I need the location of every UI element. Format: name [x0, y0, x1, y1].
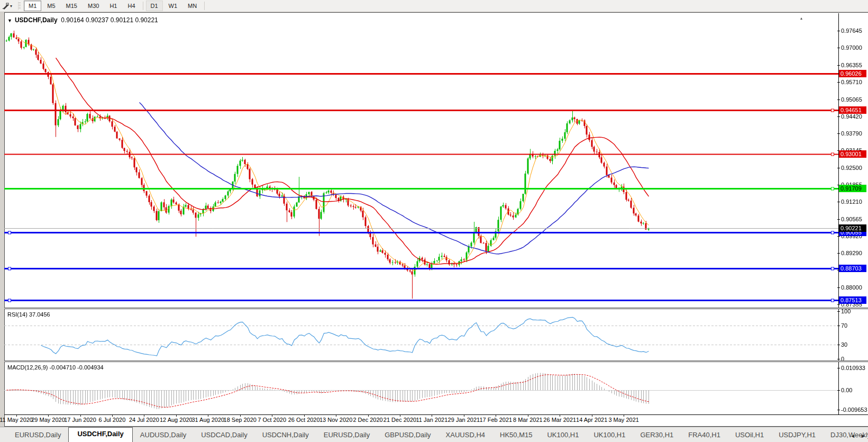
tab-usdjpy-h1[interactable]: USDJPY,H1 — [771, 429, 823, 442]
timeframe-button-m5[interactable]: M5 — [42, 1, 60, 11]
chart-shift-marker: ▴ — [800, 16, 802, 21]
tab-usoil-h1[interactable]: USOil,H1 — [728, 429, 771, 442]
time-axis-label: 14 Apr 2021 — [576, 417, 607, 423]
time-axis-label: 26 Oct 2020 — [288, 417, 320, 423]
time-axis-label: 29 Jan 2021 — [448, 417, 480, 423]
rsi-indicator-label: RSI(14) 37.0456 — [7, 311, 50, 318]
macd-axis-tick: 0.010933 — [841, 365, 867, 372]
time-axis-tick — [208, 414, 208, 417]
tab-usdcad-daily[interactable]: USDCAD,Daily — [194, 429, 254, 442]
time-axis-tick — [16, 414, 17, 417]
timeframe-button-mn[interactable]: MN — [183, 1, 202, 11]
tab-usdchf-daily[interactable]: USDCHF,Daily — [68, 427, 132, 442]
tab-usdcnh-daily[interactable]: USDCNH,Daily — [255, 429, 316, 442]
timeframe-button-m15[interactable]: M15 — [61, 1, 82, 11]
rsi-panel-separator[interactable] — [4, 308, 868, 309]
time-axis-tick — [80, 414, 81, 417]
time-axis-label: 8 Mar 2021 — [513, 417, 543, 423]
price-axis-tick: 0.95710 — [841, 79, 867, 86]
tab-uk100-h1[interactable]: UK100,H1 — [586, 429, 633, 442]
time-axis-tick — [240, 414, 241, 417]
tab-uk100-h1[interactable]: UK100,H1 — [540, 429, 586, 442]
price-axis-tick: 0.92500 — [841, 165, 867, 172]
time-axis-label: 13 Nov 2020 — [319, 417, 352, 423]
tab-eurusd-daily[interactable]: EURUSD,Daily — [316, 429, 377, 442]
chart-symbol-label: USDCHF,Daily — [15, 16, 58, 24]
time-axis-tick — [624, 414, 624, 417]
price-axis-tick: 0.94420 — [841, 113, 867, 120]
time-axis-label: 7 Oct 2020 — [258, 417, 286, 423]
time-axis-tick — [432, 414, 432, 417]
time-axis-label: 18 Sep 2020 — [224, 417, 257, 423]
rsi-chart-canvas[interactable] — [4, 309, 838, 360]
time-axis-tick — [144, 414, 144, 417]
price-level-label: 0.93001 — [839, 150, 866, 158]
price-level-label: 0.96026 — [839, 70, 866, 77]
current-price-label: 0.90221 — [839, 224, 866, 232]
price-axis-tick: 0.91210 — [841, 199, 867, 205]
timeframe-button-d1[interactable]: D1 — [146, 1, 163, 11]
time-axis-label: 11 May 2020 — [0, 417, 33, 423]
timeframe-toolbar: ▾ M1M5M15M30H1H4D1W1MN — [0, 0, 868, 12]
time-axis-label: 3 May 2021 — [608, 417, 638, 423]
time-axis-tick — [528, 414, 528, 417]
time-axis-tick — [304, 414, 305, 417]
time-axis-label: 24 Jul 2020 — [129, 417, 159, 423]
time-axis-tick — [272, 414, 272, 417]
tab-ger30-h1[interactable]: GER30,H1 — [633, 429, 681, 442]
toolbar-grip[interactable] — [18, 2, 21, 10]
price-axis-tick: 0.89290 — [841, 250, 867, 257]
tab-fra40-h1[interactable]: FRA40,H1 — [681, 429, 728, 442]
tab-gbpusd-daily[interactable]: GBPUSD,Daily — [377, 429, 438, 442]
tab-scroll-left-icon[interactable]: ◄ — [850, 433, 855, 439]
rsi-axis-tick: 30 — [841, 341, 867, 348]
price-level-label: 0.94651 — [839, 106, 866, 114]
price-level-label: 0.87513 — [839, 296, 866, 304]
symbol-tab-bar: EURUSD,DailyUSDCHF,DailyAUDUSD,DailyUSDC… — [0, 427, 868, 442]
timeframe-button-h1[interactable]: H1 — [105, 1, 122, 11]
tab-audusd-daily[interactable]: AUDUSD,Daily — [133, 429, 194, 442]
price-axis-tick: 0.96355 — [841, 62, 867, 69]
tab-eurusd-daily[interactable]: EURUSD,Daily — [7, 429, 68, 442]
price-level-label: 0.91709 — [839, 185, 866, 192]
timeframe-button-h4[interactable]: H4 — [123, 1, 140, 11]
time-axis-label: 29 May 2020 — [31, 417, 65, 423]
time-axis-tick — [400, 414, 400, 417]
time-axis-label: 6 Jul 2020 — [99, 417, 126, 423]
time-axis-label: 11 Jan 2021 — [416, 417, 448, 423]
chart-dropdown-icon[interactable]: ▼ — [7, 18, 12, 23]
price-axis-tick: 0.90565 — [841, 216, 867, 223]
chart-ohlc-values: 0.90164 0.90237 0.90121 0.90221 — [61, 16, 158, 24]
macd-axis-tick: 0.00 — [841, 387, 867, 394]
cursor-tool-icon — [2, 3, 9, 10]
tab-scroll-right-icon[interactable]: ► — [861, 433, 866, 439]
price-level-label: 0.88703 — [839, 265, 866, 272]
time-axis-tick — [560, 414, 560, 417]
time-axis-line[interactable] — [4, 414, 868, 415]
time-axis-label: 31 Aug 2020 — [191, 417, 224, 423]
price-axis-tick: 0.93790 — [841, 130, 867, 137]
timeframe-button-w1[interactable]: W1 — [164, 1, 182, 11]
tab-hk50-m15[interactable]: HK50,M15 — [492, 429, 540, 442]
rsi-axis-tick: 70 — [841, 322, 867, 329]
time-axis-tick — [368, 414, 369, 417]
macd-chart-canvas[interactable] — [4, 362, 838, 414]
cursor-tool-button[interactable]: ▾ — [0, 3, 15, 10]
tab-xauusd-h4[interactable]: XAUUSD,H4 — [438, 429, 492, 442]
time-axis-label: 26 Mar 2021 — [543, 417, 576, 423]
toolbar-separator — [143, 2, 143, 10]
tab-scroll-buttons: ◄ ► — [850, 433, 866, 439]
mt4-window: { "toolbar": { "tool_icon": "cursor-tool… — [0, 0, 868, 442]
dropdown-caret-icon: ▾ — [10, 4, 12, 8]
price-axis-tick: 0.88000 — [841, 284, 867, 291]
macd-axis-tick: -0.009653 — [841, 407, 867, 413]
macd-indicator-label: MACD(12,26,9) -0.004710 -0.004934 — [7, 364, 104, 371]
price-axis-tick: 0.97645 — [841, 28, 867, 34]
time-axis-label: 21 Dec 2020 — [383, 417, 416, 423]
price-chart-canvas[interactable] — [4, 13, 838, 308]
macd-panel-separator[interactable] — [4, 360, 868, 362]
time-axis-tick — [112, 414, 113, 417]
timeframe-button-m1[interactable]: M1 — [24, 1, 41, 11]
time-axis-label: 12 Aug 2020 — [160, 417, 193, 423]
timeframe-button-m30[interactable]: M30 — [83, 1, 104, 11]
